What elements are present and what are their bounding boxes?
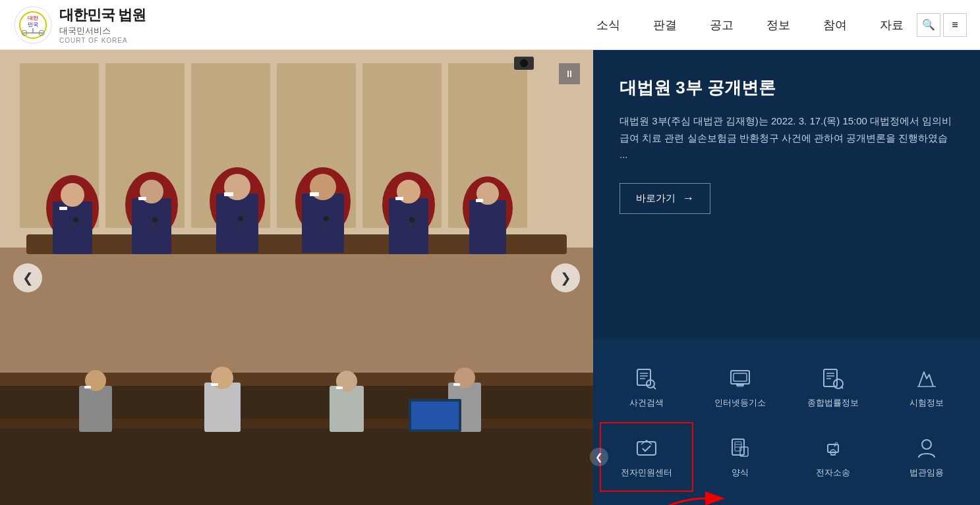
quick-label-case-search: 사건검색 [629, 397, 664, 409]
electronic-center-icon [633, 435, 660, 462]
quick-item-judge-appointment[interactable]: 법관임용 [880, 422, 973, 492]
svg-rect-41 [469, 200, 506, 254]
svg-rect-34 [224, 192, 233, 196]
main-content: ⏸ ❮ ❯ 대법원 3부 공개변론 대법원 3부(주심 대법관 김재형)는 20… [0, 50, 980, 505]
svg-text:대한: 대한 [28, 15, 38, 21]
svg-rect-43 [476, 199, 483, 202]
slider-next-button[interactable]: ❯ [551, 263, 580, 292]
svg-rect-26 [53, 201, 92, 254]
right-panel: 대법원 3부 공개변론 대법원 3부(주심 대법관 김재형)는 2022. 3.… [593, 50, 980, 505]
case-search-icon [633, 365, 660, 392]
exam-info-icon [913, 365, 940, 392]
svg-rect-37 [310, 192, 319, 196]
svg-rect-32 [216, 194, 258, 253]
quick-item-legal-info[interactable]: i 종합법률정보 [787, 352, 880, 422]
judge-appointment-icon [913, 435, 940, 462]
svg-point-51 [324, 216, 329, 221]
svg-text:i: i [836, 381, 838, 387]
svg-rect-62 [211, 383, 218, 386]
legal-info-icon: i [820, 365, 846, 392]
svg-rect-89 [637, 442, 656, 455]
svg-rect-35 [302, 194, 344, 253]
nav-item-judgment[interactable]: 판결 [653, 17, 677, 33]
svg-rect-57 [79, 386, 112, 432]
quick-links-wrapper: 사건검색 인터넷등기소 [593, 339, 980, 505]
court-logo-icon: 대한 민국 [13, 5, 53, 45]
svg-rect-65 [336, 386, 343, 389]
svg-point-101 [922, 440, 931, 449]
svg-line-76 [653, 387, 656, 390]
quick-item-electronic-center[interactable]: 전자민원센터 [600, 422, 693, 492]
quick-label-electronic-center: 전자민원센터 [621, 467, 672, 479]
goto-label: 바로가기 [636, 192, 676, 205]
svg-rect-29 [132, 198, 171, 254]
quick-label-exam-info: 시험정보 [909, 397, 944, 409]
svg-rect-59 [84, 386, 91, 388]
svg-rect-38 [389, 198, 428, 254]
quick-label-internet-registry: 인터넷등기소 [714, 397, 766, 409]
svg-point-27 [61, 183, 84, 207]
news-section: 대법원 3부 공개변론 대법원 3부(주심 대법관 김재형)는 2022. 3.… [593, 50, 980, 339]
svg-point-49 [238, 216, 243, 221]
svg-rect-68 [453, 383, 460, 386]
site-header: 대한 민국 대한민국 법원 대국민서비스 COURT OF KOREA 소식 판… [0, 0, 980, 50]
main-nav: 소식 판결 공고 정보 참여 자료 [596, 17, 904, 33]
svg-rect-81 [824, 369, 837, 386]
svg-rect-71 [637, 369, 650, 385]
svg-rect-70 [411, 402, 459, 429]
svg-rect-63 [330, 386, 364, 432]
internet-registry-icon [727, 365, 753, 392]
svg-rect-60 [204, 383, 241, 432]
goto-button[interactable]: 바로가기 → [620, 183, 710, 214]
svg-rect-18 [0, 248, 593, 379]
svg-rect-40 [395, 197, 403, 200]
svg-point-47 [152, 217, 158, 223]
court-scene-image [0, 50, 593, 505]
quick-item-e-litigation[interactable]: 전자소송 [787, 422, 880, 492]
logo-main-text: 대한민국 법원 [59, 5, 146, 25]
svg-rect-31 [138, 197, 146, 200]
nav-item-participate[interactable]: 참여 [823, 17, 847, 33]
logo-court-text: COURT OF KOREA [59, 37, 146, 44]
logo-text-group: 대한민국 법원 대국민서비스 COURT OF KOREA [59, 5, 146, 44]
nav-item-info[interactable]: 정보 [766, 17, 790, 33]
search-button[interactable]: 🔍 [917, 13, 940, 37]
nav-item-data[interactable]: 자료 [880, 17, 904, 33]
svg-point-17 [520, 59, 528, 67]
quick-links-row1: 사건검색 인터넷등기소 [600, 352, 973, 422]
quick-row2-container: ❮ 전자민원센터 [600, 422, 973, 492]
quick-links-row2: 전자민원센터 [600, 422, 973, 492]
quick-label-forms: 양식 [732, 467, 749, 479]
red-arrow-annotation [620, 492, 817, 505]
pause-button[interactable]: ⏸ [559, 63, 580, 84]
quick-item-forms[interactable]: 양식 [693, 422, 787, 492]
quick-links-prev-button[interactable]: ❮ [590, 448, 608, 466]
quick-label-judge-appointment: 법관임용 [909, 467, 944, 479]
forms-icon [727, 435, 753, 462]
svg-point-53 [409, 217, 415, 223]
header-icons: 🔍 ≡ [917, 13, 967, 37]
quick-label-e-litigation: 전자소송 [816, 467, 850, 479]
news-body: 대법원 3부(주심 대법관 김재형)는 2022. 3. 17.(목) 15:0… [620, 113, 954, 163]
quick-item-internet-registry[interactable]: 인터넷등기소 [693, 352, 787, 422]
quick-label-legal-info: 종합법률정보 [807, 397, 859, 409]
svg-rect-28 [59, 207, 67, 210]
svg-rect-95 [828, 444, 838, 452]
quick-links: 사건검색 인터넷등기소 [593, 339, 980, 505]
svg-point-97 [832, 452, 834, 454]
goto-arrow-icon: → [682, 192, 694, 205]
slider-prev-button[interactable]: ❮ [13, 263, 42, 292]
logo-area: 대한 민국 대한민국 법원 대국민서비스 COURT OF KOREA [13, 5, 185, 45]
logo-sub-text: 대국민서비스 [59, 25, 146, 37]
nav-item-notice[interactable]: 공고 [710, 17, 734, 33]
menu-button[interactable]: ≡ [943, 13, 967, 37]
quick-item-exam-info[interactable]: 시험정보 [880, 352, 973, 422]
svg-rect-78 [734, 373, 747, 381]
slider-area: ⏸ ❮ ❯ [0, 50, 593, 505]
news-title: 대법원 3부 공개변론 [620, 76, 954, 99]
quick-item-case-search[interactable]: 사건검색 [600, 352, 693, 422]
svg-point-45 [73, 217, 78, 223]
e-litigation-icon [820, 435, 846, 462]
svg-text:민국: 민국 [28, 22, 38, 28]
nav-item-news[interactable]: 소식 [596, 17, 620, 33]
